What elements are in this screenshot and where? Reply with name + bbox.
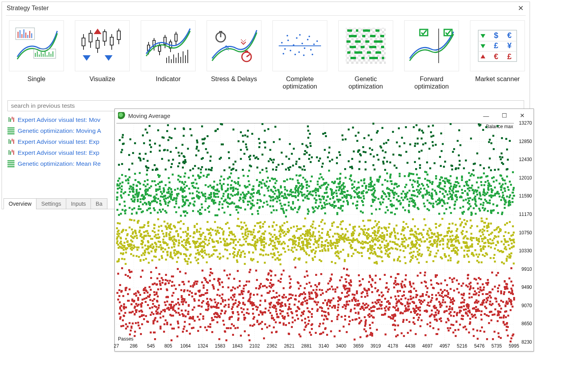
svg-line-61: [247, 54, 250, 57]
svg-rect-104: [354, 51, 362, 54]
mode-visualize-label: Visualize: [75, 75, 130, 83]
candlestick-icon: [79, 26, 126, 65]
svg-rect-89: [363, 29, 370, 32]
y-tick: 11590: [519, 193, 532, 199]
x-tick: 3400: [336, 343, 347, 349]
x-tick: 1064: [180, 343, 191, 349]
svg-point-73: [307, 39, 309, 40]
close-button[interactable]: ✕: [515, 3, 526, 14]
minimize-button[interactable]: —: [477, 110, 495, 121]
svg-point-68: [293, 44, 294, 46]
svg-point-64: [281, 42, 283, 43]
tab-cutoff[interactable]: Ba: [91, 198, 107, 209]
x-tick: 286: [130, 343, 138, 349]
svg-point-81: [287, 35, 288, 36]
mode-stress-label: Stress & Delays: [207, 75, 261, 83]
scatter-icon: [276, 26, 323, 65]
svg-rect-108: [361, 57, 365, 59]
optimization-scatter-plot: [116, 123, 514, 342]
svg-rect-103: [347, 51, 350, 54]
svg-rect-92: [362, 35, 365, 37]
svg-marker-34: [94, 29, 102, 34]
svg-rect-96: [355, 40, 361, 43]
maximize-button[interactable]: ☐: [495, 110, 513, 121]
svg-rect-94: [380, 35, 384, 37]
x-tick: 5476: [474, 343, 485, 349]
recent-text: Genetic optimization: Moving A: [18, 127, 101, 134]
mode-single-tile: [9, 20, 64, 71]
bottom-tabs: Overview Settings Inputs Ba: [4, 198, 107, 209]
svg-marker-32: [83, 55, 91, 61]
mode-complete[interactable]: Complete optimization: [272, 20, 327, 90]
mode-complete-label: Complete optimization: [272, 75, 327, 90]
svg-rect-46: [175, 34, 177, 41]
x-tick: 4957: [439, 343, 450, 349]
title-bar: Strategy Tester ✕: [2, 2, 530, 14]
svg-rect-21: [82, 38, 85, 46]
svg-point-76: [316, 40, 318, 42]
y-tick: 8230: [521, 339, 532, 345]
moving-average-window: Moving Average — ☐ ✕ Balance max Passes …: [114, 109, 534, 351]
svg-text:¥: ¥: [507, 41, 512, 50]
x-tick: 2102: [249, 343, 260, 349]
mode-single[interactable]: Single: [9, 20, 64, 90]
svg-rect-91: [349, 35, 357, 37]
mode-forward[interactable]: Forward optimization: [404, 20, 459, 90]
mode-scanner-label: Market scanner: [470, 75, 525, 83]
mode-indicator-label: Indicator: [141, 75, 196, 83]
svg-rect-31: [117, 31, 120, 40]
mode-indicator[interactable]: Indicator: [141, 20, 196, 90]
x-tick: 1583: [215, 343, 225, 349]
y-tick: 11170: [519, 212, 532, 217]
svg-point-66: [287, 40, 289, 41]
y-tick: 9490: [521, 284, 532, 290]
x-tick: 3919: [370, 343, 381, 349]
mode-tiles: Single Visuali: [2, 19, 530, 90]
x-tick: 27: [114, 343, 119, 349]
mode-scanner[interactable]: $ € £ ¥ € £ Market scanner: [470, 20, 525, 90]
scanner-icon: $ € £ ¥ € £: [476, 26, 519, 65]
svg-marker-117: [481, 34, 485, 38]
svg-point-69: [296, 37, 298, 39]
recent-text: Expert Advisor visual test: Exp: [18, 138, 99, 145]
svg-point-77: [283, 53, 284, 54]
x-axis: 2728654580510641324158318432102236226212…: [116, 342, 514, 351]
tab-inputs[interactable]: Inputs: [66, 198, 91, 209]
x-tick: 4438: [405, 343, 416, 349]
x-tick: 3659: [353, 343, 364, 349]
mode-genetic-label: Genetic optimization: [338, 75, 393, 90]
close-button[interactable]: ✕: [513, 110, 531, 121]
svg-rect-100: [361, 46, 365, 48]
svg-rect-106: [376, 51, 381, 54]
genetic-icon: [7, 160, 15, 167]
y-tick: 9910: [521, 266, 532, 272]
svg-point-79: [303, 54, 305, 56]
visual-test-icon: [7, 149, 15, 156]
svg-rect-23: [89, 33, 92, 42]
x-tick: 2621: [284, 343, 294, 349]
svg-rect-99: [350, 46, 356, 48]
svg-point-82: [299, 34, 301, 36]
svg-marker-119: [481, 54, 485, 58]
y-tick: 9070: [521, 303, 532, 308]
svg-point-71: [301, 43, 303, 44]
svg-rect-98: [374, 40, 383, 43]
indicator-icon: [145, 26, 192, 65]
svg-point-65: [284, 48, 286, 50]
tab-settings[interactable]: Settings: [36, 198, 66, 209]
svg-point-78: [294, 54, 296, 55]
mode-visualize[interactable]: Visualize: [75, 20, 130, 90]
mode-indicator-tile: [141, 20, 196, 71]
svg-point-70: [298, 51, 300, 53]
mode-single-label: Single: [9, 75, 64, 83]
recent-text: Genetic optimization: Mean Re: [18, 160, 101, 167]
mode-genetic[interactable]: Genetic optimization: [338, 20, 393, 90]
svg-rect-90: [376, 29, 379, 32]
svg-rect-102: [381, 46, 384, 48]
x-tick: 1324: [198, 343, 208, 349]
y-tick: 12010: [519, 175, 532, 181]
mode-stress[interactable]: Stress & Delays: [207, 20, 261, 90]
mode-visualize-tile: [75, 20, 130, 71]
tab-overview[interactable]: Overview: [4, 198, 36, 209]
svg-rect-101: [369, 46, 376, 48]
